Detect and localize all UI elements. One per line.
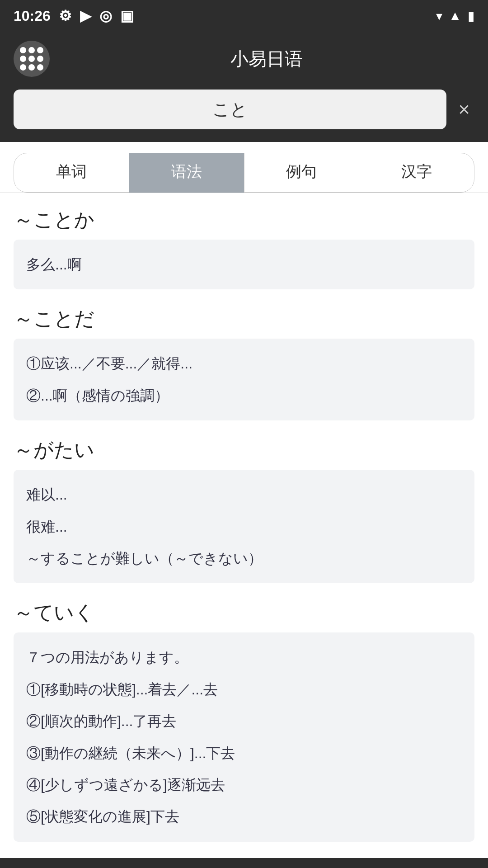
at-icon: ◎ [99, 7, 112, 24]
tab-bar: 单词 语法 例句 汉字 [0, 142, 488, 193]
search-bar: こと × [0, 90, 488, 142]
content-area: ～ことか 多么...啊 ～ことだ ①应该...／不要...／就得... ②...… [0, 193, 488, 858]
grammar-line: ①应该...／不要...／就得... [26, 348, 462, 379]
grammar-title-koto-da: ～ことだ [14, 306, 474, 332]
grammar-line: ～することが難しい（～できない） [26, 542, 462, 574]
tab-grammar[interactable]: 语法 [129, 153, 244, 193]
grammar-line: ②[順次的動作]...了再去 [26, 705, 462, 737]
grammar-line: 难以... [26, 479, 462, 510]
app-logo [14, 41, 50, 77]
grammar-line: 很难... [26, 511, 462, 542]
memory-icon: ▣ [120, 7, 134, 24]
grammar-item-ga-tai: ～がたい 难以... 很难... ～することが難しい（～できない） [14, 437, 474, 583]
search-input-wrap[interactable]: こと [14, 90, 446, 129]
nav-item-settings[interactable]: 👤 设置 [366, 858, 488, 868]
grammar-body-koto-da: ①应该...／不要...／就得... ②...啊（感情の強調） [14, 339, 474, 420]
grammar-body-ga-tai: 难以... 很难... ～することが難しい（～できない） [14, 470, 474, 583]
tab-kanji[interactable]: 汉字 [359, 153, 474, 193]
nav-item-memory[interactable]: 📖 记忆单词 [244, 858, 366, 868]
grammar-item-te-iku: ～ていく ７つの用法があります。 ①[移動時の状態]...着去／...去 ②[順… [14, 599, 474, 841]
grammar-line: ７つの用法があります。 [26, 642, 462, 673]
bottom-nav: ⌂ 查询 ⁙ 练习 📖 记忆单词 👤 设置 [0, 858, 488, 868]
grammar-line: ⑤[状態変化の進展]下去 [26, 801, 462, 832]
status-bar: 10:26 ⚙ ▶ ◎ ▣ ▾ ▲ ▮ [0, 0, 488, 32]
grammar-line: ④[少しずつ遠ざかる]逐渐远去 [26, 769, 462, 801]
search-input[interactable]: こと [24, 98, 436, 121]
nav-item-query[interactable]: ⌂ 查询 [0, 858, 122, 868]
grammar-line: ①[移動時の状態]...着去／...去 [26, 674, 462, 705]
top-bar: 小易日语 [0, 32, 488, 90]
grammar-body-koto-ka: 多么...啊 [14, 240, 474, 289]
nav-item-practice[interactable]: ⁙ 练习 [122, 858, 244, 868]
grammar-title-ga-tai: ～がたい [14, 437, 474, 463]
grammar-title-te-iku: ～ていく [14, 599, 474, 626]
grammar-item-koto-da: ～ことだ ①应该...／不要...／就得... ②...啊（感情の強調） [14, 306, 474, 420]
battery-icon: ▮ [468, 9, 474, 24]
logo-dots [20, 47, 43, 71]
wifi-icon: ▾ [436, 9, 442, 24]
status-time: 10:26 [14, 8, 51, 24]
gear-icon: ⚙ [59, 7, 72, 24]
grammar-body-te-iku: ７つの用法があります。 ①[移動時の状態]...着去／...去 ②[順次的動作]… [14, 632, 474, 841]
tab-vocabulary[interactable]: 单词 [14, 153, 129, 193]
grammar-line: ③[動作の継続（未来へ）]...下去 [26, 737, 462, 769]
grammar-item-koto-ka: ～ことか 多么...啊 [14, 207, 474, 289]
signal-icon: ▲ [449, 9, 461, 23]
tab-examples[interactable]: 例句 [244, 153, 360, 193]
grammar-line: ②...啊（感情の強調） [26, 380, 462, 411]
play-icon: ▶ [80, 7, 91, 24]
grammar-title-koto-ka: ～ことか [14, 207, 474, 233]
app-title: 小易日语 [59, 47, 474, 71]
clear-button[interactable]: × [454, 94, 474, 125]
grammar-line: 多么...啊 [26, 249, 462, 280]
